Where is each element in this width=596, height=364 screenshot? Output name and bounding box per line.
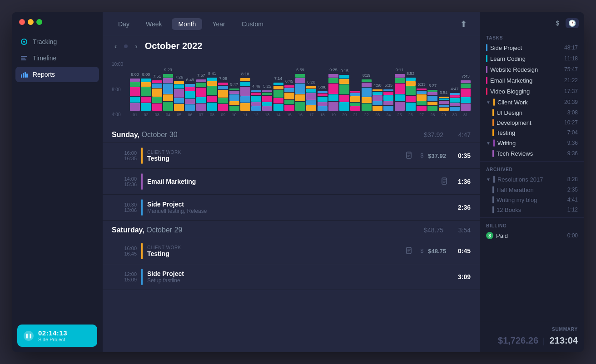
bar-day-17[interactable]: 6:2017	[306, 86, 316, 117]
task-name: Tech Reviews	[497, 150, 561, 157]
sub-task-item[interactable]: Writing my blog 4:41	[480, 195, 584, 205]
entry-row[interactable]: 16:0016:45CLIENT WORKTesting$$48.750:45	[103, 238, 480, 264]
clock-toggle[interactable]: 🕐	[566, 18, 579, 28]
sub-task-item[interactable]: Testing 7:04	[480, 128, 584, 138]
task-color	[486, 55, 487, 62]
bar-day-10[interactable]: 5:4710	[229, 89, 239, 117]
task-color	[492, 129, 494, 136]
tab-month[interactable]: Month	[172, 18, 202, 30]
group-duration: 9:36	[567, 140, 578, 146]
bar-day-18[interactable]: 5:0818	[318, 91, 328, 117]
bar-day-02[interactable]: 8:0002	[141, 79, 151, 117]
timeline-icon	[20, 54, 28, 62]
bar-day-12[interactable]: 4:4612	[251, 90, 261, 117]
file-icon[interactable]	[406, 247, 412, 256]
file-icon[interactable]	[406, 152, 412, 160]
bar-day-13[interactable]: 5:2513	[262, 90, 272, 117]
sidebar-item-tracking[interactable]: Tracking	[15, 34, 99, 49]
bar-day-09[interactable]: 7:0809	[218, 83, 228, 117]
bar-day-28[interactable]: 5:2728	[427, 90, 437, 117]
group-name: Client Work	[497, 99, 561, 106]
bar-day-31[interactable]: 7:4331	[461, 80, 471, 117]
next-month-button[interactable]: ›	[132, 41, 140, 51]
bar-day-29[interactable]: 3:5429	[438, 97, 448, 117]
task-item[interactable]: Video Blogging 17:37	[480, 86, 584, 97]
group-color	[493, 98, 495, 106]
bar-day-30[interactable]: 4:4730	[450, 93, 460, 117]
bar-day-21[interactable]: 21	[350, 91, 360, 117]
task-item[interactable]: Email Marketing 21:22	[480, 75, 584, 86]
bar-day-20[interactable]: 9:1520	[339, 75, 349, 117]
bar-day-19[interactable]: 9:2519	[328, 74, 338, 117]
task-duration: 7:04	[563, 129, 578, 136]
entry-row[interactable]: 12:0015:09Side ProjectSetup fastline3:09	[103, 264, 480, 290]
summary-label: SUMMARY	[552, 327, 578, 332]
task-item[interactable]: Learn Coding 11:18	[480, 53, 584, 64]
bar-day-22[interactable]: 8:1922	[362, 79, 372, 117]
tab-day[interactable]: Day	[112, 18, 136, 30]
bar-day-15[interactable]: 6:4515	[284, 85, 294, 117]
bar-day-07[interactable]: 7:5707	[196, 79, 206, 117]
file-icon[interactable]	[442, 177, 448, 186]
bar-day-05[interactable]: 7:2605	[174, 81, 184, 117]
sidebar-item-timeline[interactable]: Timeline	[15, 50, 99, 66]
billing-name: Paid	[496, 232, 561, 239]
share-button[interactable]: ⬆	[457, 17, 471, 31]
bar-day-24[interactable]: 5:3524	[383, 89, 393, 117]
sub-task-item[interactable]: Half Marathon 2:35	[480, 185, 584, 195]
bar-day-03[interactable]: 7:5103	[152, 80, 162, 117]
bar-day-26[interactable]: 8:5226	[406, 78, 416, 117]
svg-rect-3	[21, 58, 25, 59]
chevron-down-icon: ▼	[486, 141, 491, 146]
bar-day-08[interactable]: 8:4108	[207, 78, 217, 117]
billing-item[interactable]: $ Paid 0:00	[480, 230, 584, 241]
divider2	[480, 217, 584, 218]
bar-day-27[interactable]: 5:3327	[417, 89, 427, 117]
archived-group[interactable]: ▼ Resolutions 2017 8:28	[480, 174, 584, 185]
task-item[interactable]: Website Redesign 75:47	[480, 64, 584, 75]
day-header: Sunday, October 30$37.924:47	[103, 125, 480, 143]
sub-task-item[interactable]: Development 10:27	[480, 118, 584, 128]
pause-button[interactable]: ❚❚	[24, 331, 34, 341]
group-name: Writing	[497, 140, 565, 147]
task-duration: 11:18	[563, 55, 578, 62]
minimize-button[interactable]	[28, 19, 34, 25]
entries-scroll[interactable]: Sunday, October 30$37.924:4716:0016:35CL…	[103, 125, 480, 352]
entry-row[interactable]: 14:0015:36Email Marketing1:36	[103, 169, 480, 195]
bar-day-01[interactable]: 8:0001	[130, 79, 140, 117]
sub-task-item[interactable]: UI Design 3:08	[480, 108, 584, 118]
bar-day-23[interactable]: 4:5823	[372, 89, 382, 117]
dollar-toggle[interactable]: $	[553, 18, 562, 28]
task-group[interactable]: ▼ Client Work 20:39	[480, 97, 584, 108]
task-color	[492, 109, 494, 116]
group-duration: 20:39	[564, 99, 578, 105]
maximize-button[interactable]	[36, 19, 42, 25]
bar-day-11[interactable]: 8:1811	[240, 78, 250, 117]
task-color	[492, 150, 494, 157]
prev-month-button[interactable]: ‹	[112, 41, 119, 51]
tab-custom[interactable]: Custom	[235, 18, 270, 30]
task-duration: 4:41	[563, 197, 578, 203]
entry-row[interactable]: 10:3013:06Side ProjectManuell testing, R…	[103, 195, 480, 221]
task-item[interactable]: Side Project 48:17	[480, 42, 584, 53]
sub-task-item[interactable]: Tech Reviews 9:36	[480, 148, 584, 158]
task-duration: 17:37	[563, 88, 578, 94]
svg-rect-7	[25, 72, 26, 78]
entry-row[interactable]: 16:0016:35CLIENT WORKTesting$$37.920:35	[103, 143, 480, 169]
task-group[interactable]: ▼ Writing 9:36	[480, 138, 584, 148]
tab-week[interactable]: Week	[139, 18, 169, 30]
bar-day-16[interactable]: 6:5916	[295, 74, 305, 117]
bar-day-25[interactable]: 9:1125	[394, 74, 404, 117]
panel-header: $ 🕐	[480, 16, 584, 33]
summary-row: SUMMARY	[480, 325, 584, 334]
tab-year[interactable]: Year	[206, 18, 231, 30]
sidebar-item-reports[interactable]: Reports	[15, 67, 99, 82]
group-name: Resolutions 2017	[497, 176, 565, 183]
bar-day-06[interactable]: 6:4906	[185, 84, 195, 117]
archived-section-label: ARCHIVED	[480, 164, 584, 174]
bar-day-04[interactable]: 9:2304	[163, 74, 173, 117]
group-color	[493, 176, 495, 183]
bar-day-14[interactable]: 7:1414	[273, 83, 283, 117]
sub-task-item[interactable]: 12 Books 1:12	[480, 205, 584, 215]
close-button[interactable]	[19, 19, 25, 25]
